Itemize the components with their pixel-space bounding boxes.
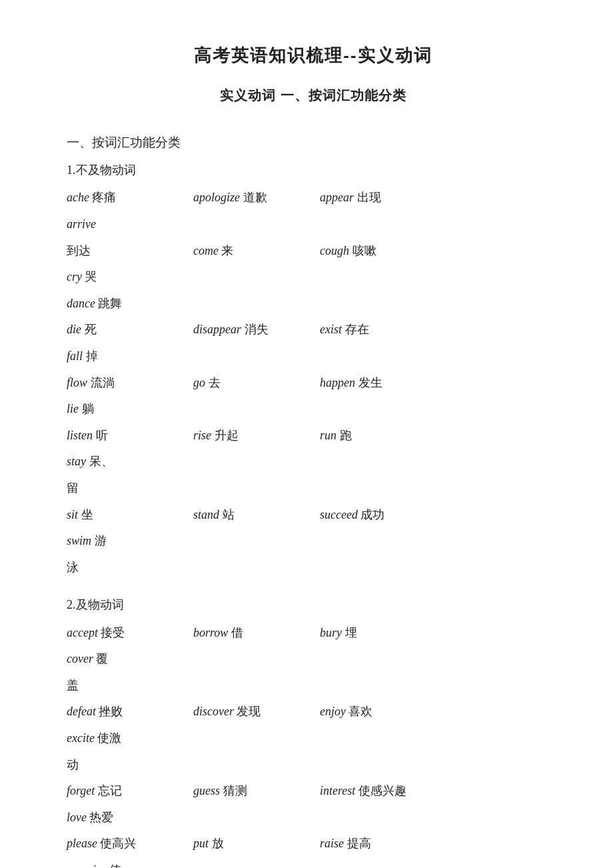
word-flow: flow 流淌 — [67, 370, 193, 397]
subtitle: 实义动词 一、按词汇功能分类 — [67, 83, 560, 107]
word-appear: appear 出现 — [320, 185, 446, 211]
word-stand: stand 站 — [193, 502, 320, 529]
word-dance: dance 跳舞 — [67, 291, 193, 317]
word-cover: cover 覆 — [67, 646, 193, 673]
word-put: put 放 — [193, 831, 320, 857]
intransitive-row-4: die 死 disappear 消失 exist 存在 fall 掉 — [67, 317, 560, 369]
word-borrow: borrow 借 — [193, 620, 320, 647]
word-raise: raise 提高 — [320, 831, 446, 857]
transitive-row-2: 盖 — [67, 673, 560, 699]
word-defeat: defeat 挫败 — [67, 699, 193, 725]
subsection-transitive-title: 2.及物动词 — [67, 594, 560, 615]
intransitive-row-2: 到达 come 来 cough 咳嗽 cry 哭 — [67, 238, 560, 291]
word-go: go 去 — [193, 370, 320, 397]
word-cough: cough 咳嗽 — [320, 238, 446, 265]
word-succeed: succeed 成功 — [320, 502, 446, 529]
word-discover: discover 发现 — [193, 699, 320, 725]
word-disappear: disappear 消失 — [193, 317, 320, 343]
intransitive-row-7: 留 — [67, 475, 560, 502]
word-bury: bury 埋 — [320, 620, 446, 647]
word-apologize: apologize 道歉 — [193, 185, 320, 211]
subsection-transitive: 2.及物动词 accept 接受 borrow 借 bury 埋 cover 覆… — [67, 594, 560, 868]
word-lie: lie 躺 — [67, 396, 193, 423]
word-sit: sit 坐 — [67, 502, 193, 529]
word-fall: fall 掉 — [67, 343, 193, 370]
word-ache: ache 疼痛 — [67, 185, 193, 211]
word-stay-cn: 留 — [67, 475, 193, 502]
transitive-row-4: 动 — [67, 752, 560, 779]
word-exist: exist 存在 — [320, 317, 446, 343]
word-guess: guess 猜测 — [193, 778, 320, 805]
word-excite: excite 使激 — [67, 725, 193, 752]
transitive-row-1: accept 接受 borrow 借 bury 埋 cover 覆 — [67, 620, 560, 673]
word-arrive: arrive — [67, 211, 193, 238]
section-1: 一、按词汇功能分类 1.不及物动词 ache 疼痛 apologize 道歉 a… — [67, 131, 560, 868]
subsection-intransitive: 1.不及物动词 ache 疼痛 apologize 道歉 appear 出现 a… — [67, 159, 560, 581]
word-swim: swim 游 — [67, 528, 193, 555]
intransitive-row-1: ache 疼痛 apologize 道歉 appear 出现 arrive — [67, 185, 560, 237]
section-1-title: 一、按词汇功能分类 — [67, 131, 560, 154]
word-surprise: surprise 使 — [67, 857, 193, 868]
word-accept: accept 接受 — [67, 620, 193, 647]
word-cry: cry 哭 — [67, 264, 193, 291]
page-title: 高考英语知识梳理--实义动词 — [67, 40, 560, 71]
transitive-row-3: defeat 挫败 discover 发现 enjoy 喜欢 excite 使激 — [67, 699, 560, 751]
word-interest: interest 使感兴趣 — [320, 778, 446, 805]
word-run: run 跑 — [320, 423, 446, 449]
intransitive-row-9: 泳 — [67, 555, 560, 581]
word-happen: happen 发生 — [320, 370, 446, 397]
intransitive-row-5: flow 流淌 go 去 happen 发生 lie 躺 — [67, 370, 560, 423]
subsection-intransitive-title: 1.不及物动词 — [67, 159, 560, 181]
word-love: love 热爱 — [67, 805, 193, 831]
word-enjoy: enjoy 喜欢 — [320, 699, 446, 725]
word-stay: stay 呆、 — [67, 449, 193, 475]
transitive-row-6: please 使高兴 put 放 raise 提高 surprise 使 — [67, 831, 560, 868]
intransitive-row-6: listen 听 rise 升起 run 跑 stay 呆、 — [67, 423, 560, 475]
word-rise: rise 升起 — [193, 423, 320, 449]
word-forget: forget 忘记 — [67, 778, 193, 805]
intransitive-row-3: dance 跳舞 — [67, 291, 560, 317]
intransitive-row-8: sit 坐 stand 站 succeed 成功 swim 游 — [67, 502, 560, 555]
word-arrive-cn: 到达 — [67, 238, 193, 265]
word-die: die 死 — [67, 317, 193, 343]
word-swim-cn: 泳 — [67, 555, 193, 581]
word-listen: listen 听 — [67, 423, 193, 449]
word-cover-cn: 盖 — [67, 673, 193, 699]
word-excite-cn: 动 — [67, 752, 193, 779]
word-please: please 使高兴 — [67, 831, 193, 857]
word-come: come 来 — [193, 238, 320, 265]
transitive-row-5: forget 忘记 guess 猜测 interest 使感兴趣 love 热爱 — [67, 778, 560, 831]
